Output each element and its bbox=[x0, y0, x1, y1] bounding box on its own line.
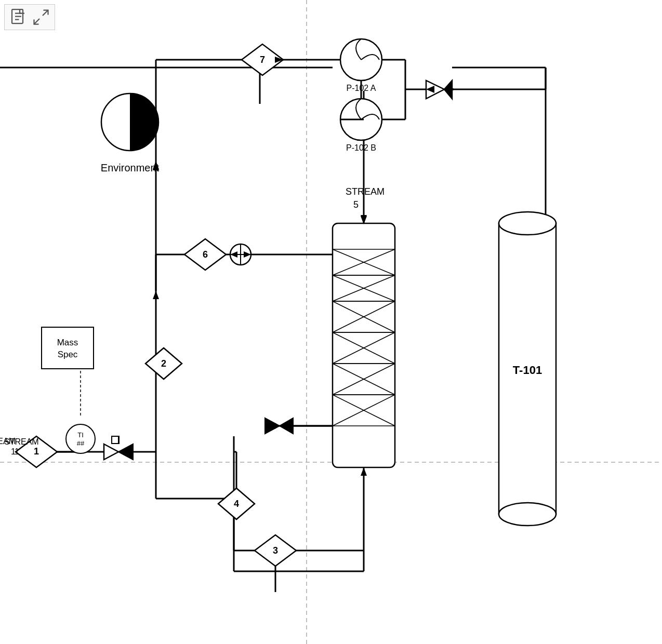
P102B-label: P-102 B bbox=[346, 143, 376, 152]
T101-label: T-101 bbox=[513, 364, 542, 377]
diamond4-label: 4 bbox=[234, 499, 239, 509]
diamond7-label: 7 bbox=[260, 55, 265, 65]
svg-marker-97 bbox=[265, 418, 280, 434]
diagram: T-101 P-102 A P-102 B Environment Mass S… bbox=[0, 0, 662, 644]
environment-label: Environment bbox=[101, 162, 160, 173]
svg-point-62 bbox=[499, 212, 556, 235]
svg-marker-100 bbox=[153, 291, 159, 299]
diamond6-label: 6 bbox=[203, 249, 208, 260]
svg-marker-21 bbox=[361, 467, 367, 476]
massspec-label2: Spec bbox=[58, 350, 78, 359]
svg-marker-98 bbox=[280, 418, 293, 434]
stream5-label: STREAM bbox=[346, 186, 385, 197]
TI-hash: ## bbox=[77, 439, 85, 447]
massspec-label: Mass bbox=[57, 338, 78, 347]
svg-point-63 bbox=[499, 503, 556, 526]
svg-marker-90 bbox=[104, 444, 118, 460]
svg-point-81 bbox=[66, 424, 95, 453]
svg-rect-36 bbox=[333, 223, 395, 467]
svg-rect-89 bbox=[112, 436, 119, 444]
svg-marker-91 bbox=[118, 444, 133, 460]
svg-rect-80 bbox=[42, 327, 94, 369]
TI-label: TI bbox=[77, 431, 84, 439]
stream1-text: STREAM bbox=[4, 437, 39, 446]
diamond1-label: 1 bbox=[34, 446, 39, 457]
diamond2-label: 2 bbox=[161, 358, 166, 369]
stream1-num2: 1 bbox=[15, 447, 19, 456]
stream5-num: 5 bbox=[353, 199, 359, 210]
diamond3-label: 3 bbox=[273, 545, 278, 556]
